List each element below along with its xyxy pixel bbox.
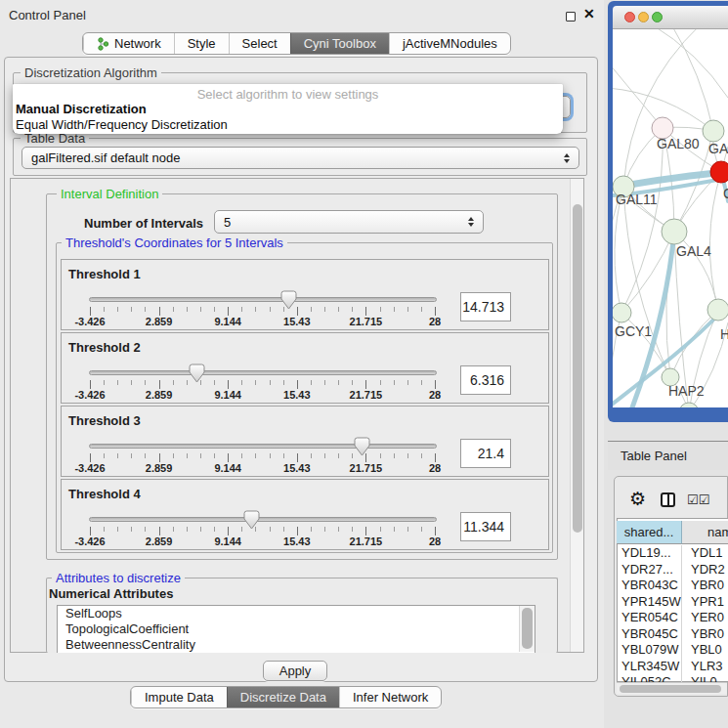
tab[interactable]: Cyni Toolbox — [290, 33, 389, 54]
scrollbar-thumb[interactable] — [573, 204, 582, 533]
table-row[interactable]: YLR345W YLR3 — [617, 659, 728, 675]
table-row[interactable]: YBL079W YBL0 — [617, 642, 728, 659]
node-label: H — [720, 326, 728, 342]
select-columns-icon[interactable]: ☑☑ — [687, 492, 709, 507]
cell-shared-name[interactable]: YBL079W — [617, 642, 682, 659]
cell-shared-name[interactable]: YBR043C — [617, 578, 682, 594]
slider-thumb[interactable] — [280, 290, 297, 310]
apply-button[interactable]: Apply — [263, 661, 327, 681]
tab[interactable]: jActiveMNodules — [389, 33, 510, 54]
scrollbar-thumb[interactable] — [620, 685, 721, 693]
table-horizontal-scrollbar[interactable] — [617, 682, 727, 694]
cell-shared-name[interactable]: YDL19... — [617, 545, 682, 562]
network-node-red[interactable] — [710, 161, 728, 183]
threshold-value-field[interactable]: 6.316 — [460, 365, 511, 395]
attributes-listbox: SelfLoopsTopologicalCoefficientBetweenne… — [57, 605, 535, 653]
scrollbar-thumb[interactable] — [522, 608, 533, 649]
attributes-scrollbar[interactable] — [519, 606, 535, 652]
zoom-traffic-icon[interactable] — [652, 12, 663, 22]
cell-name[interactable]: YBL0 — [682, 642, 722, 659]
split-view-icon[interactable] — [661, 492, 675, 507]
settings-gear-icon[interactable]: ⚙ — [629, 490, 646, 509]
cell-shared-name[interactable]: YDR27... — [617, 562, 682, 578]
cell-name[interactable]: YDR2 — [682, 562, 725, 578]
table-row[interactable]: YDR27... YDR2 — [617, 562, 728, 578]
vertical-scrollbar[interactable] — [570, 179, 583, 652]
table-row[interactable]: YBR045C YBR0 — [617, 626, 728, 643]
network-edge[interactable] — [709, 172, 721, 310]
cell-shared-name[interactable]: YER054C — [617, 610, 682, 626]
slider-ticks — [90, 307, 435, 316]
table-header-row: shared... name — [617, 521, 728, 544]
slider-ticks — [90, 527, 435, 535]
attribute-list-item[interactable]: BetweennessCentrality — [58, 637, 535, 653]
threshold-panel: Threshold 3 -3.4262.8599.14415.4321.7152… — [61, 406, 549, 477]
slider-tick-labels: -3.4262.8599.14415.4321.71528 — [90, 462, 435, 474]
tab[interactable]: Impute Data — [131, 687, 227, 707]
network-node-gal4[interactable] — [662, 219, 687, 244]
slider-tick-labels: -3.4262.8599.14415.4321.71528 — [90, 316, 435, 327]
threshold-value-field[interactable]: 14.713 — [460, 292, 511, 321]
table-data-combobox[interactable]: galFiltered.sif default node — [21, 147, 579, 169]
tab[interactable]: Network — [83, 33, 174, 54]
network-canvas[interactable]: GAL80GACGAL11GAL4GCY1HHAP2 — [613, 29, 728, 407]
slider-track[interactable] — [89, 370, 437, 375]
threshold-value-field[interactable]: 21.4 — [460, 439, 511, 468]
cell-name[interactable]: YIL0 — [682, 674, 717, 682]
cell-name[interactable]: YBR0 — [682, 626, 724, 643]
slider-thumb[interactable] — [354, 437, 370, 456]
tab-label: Discretize Data — [240, 690, 326, 705]
network-node-gcy1[interactable] — [613, 303, 631, 322]
close-icon[interactable]: ✕ — [583, 6, 595, 21]
slider-thumb[interactable] — [243, 510, 260, 530]
float-window-icon[interactable] — [566, 12, 576, 21]
table-row[interactable]: YBR043C YBR0 — [617, 578, 728, 594]
dropdown-prompt: Select algorithm to view settings — [13, 84, 563, 102]
node-label: C — [723, 186, 728, 201]
tab-label: jActiveMNodules — [403, 36, 497, 51]
cell-shared-name[interactable]: YIL052C — [617, 674, 682, 682]
cell-shared-name[interactable]: YBR045C — [617, 626, 682, 643]
cell-name[interactable]: YER0 — [682, 610, 724, 626]
table-row[interactable]: YDL19... YDL1 — [617, 545, 728, 562]
table-row[interactable]: YER054C YER0 — [617, 610, 728, 626]
slider-thumb[interactable] — [189, 364, 205, 383]
threshold-value-field[interactable]: 11.344 — [460, 512, 511, 541]
cell-name[interactable]: YDL1 — [682, 545, 723, 562]
network-edge[interactable] — [623, 187, 670, 377]
network-window-titlebar[interactable] — [613, 6, 728, 29]
tab[interactable]: Select — [229, 33, 290, 54]
slider-track[interactable] — [89, 517, 437, 522]
column-header-name[interactable]: name — [682, 521, 728, 544]
column-header-shared[interactable]: shared... — [617, 521, 682, 544]
tab-label: Select — [242, 36, 278, 51]
tab[interactable]: Infer Network — [339, 687, 441, 707]
network-node-hnode[interactable] — [707, 299, 728, 321]
node-label: GAL80 — [657, 136, 700, 151]
tab[interactable]: Style — [174, 33, 229, 54]
network-node-gal3[interactable] — [703, 120, 724, 142]
cell-shared-name[interactable]: YLR345W — [617, 659, 682, 675]
dropdown-option[interactable]: Equal Width/Frequency Discretization — [13, 117, 563, 133]
tab[interactable]: Discretize Data — [227, 687, 339, 707]
num-intervals-combobox[interactable]: 5 — [214, 210, 484, 234]
table-row[interactable]: YIL052C YIL0 — [617, 674, 728, 682]
table-panel-title: Table Panel — [621, 449, 687, 463]
network-node-bnode[interactable] — [679, 403, 699, 407]
table-rows: YDL19... YDL1 YDR27... YDR2 YBR043C YBR0… — [617, 545, 728, 682]
table-row[interactable]: YPR145W YPR1 — [617, 594, 728, 611]
cyni-mode-tabs: Impute Data Discretize Data Infer Networ… — [130, 686, 442, 708]
cell-name[interactable]: YBR0 — [682, 578, 724, 594]
close-traffic-icon[interactable] — [624, 12, 635, 22]
attribute-list-item[interactable]: SelfLoops — [58, 606, 535, 621]
dropdown-option[interactable]: Manual Discretization — [13, 102, 563, 117]
cell-name[interactable]: YPR1 — [682, 594, 724, 611]
tab-label: Cyni Toolbox — [304, 36, 376, 51]
attribute-list-item[interactable]: TopologicalCoefficient — [58, 621, 535, 637]
minimize-traffic-icon[interactable] — [638, 12, 649, 22]
threshold-panel: Threshold 2 -3.4262.8599.14415.4321.7152… — [61, 332, 549, 404]
slider-track[interactable] — [89, 297, 437, 302]
cell-name[interactable]: YLR3 — [682, 659, 723, 675]
slider-track[interactable] — [89, 444, 437, 449]
cell-shared-name[interactable]: YPR145W — [617, 594, 682, 611]
